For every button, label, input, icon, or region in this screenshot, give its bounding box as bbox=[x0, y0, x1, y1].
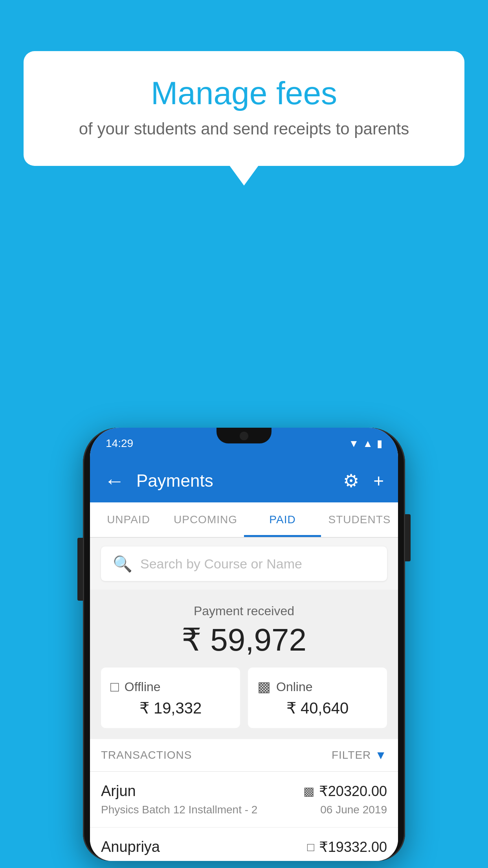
manage-fees-subtitle: of your students and send receipts to pa… bbox=[55, 120, 433, 138]
payment-summary: Payment received ₹ 59,972 □ Offline ₹ 19… bbox=[90, 590, 398, 739]
payment-mode-online-icon: ▩ bbox=[303, 784, 314, 798]
manage-fees-title: Manage fees bbox=[55, 75, 433, 112]
status-time: 14:29 bbox=[106, 437, 133, 450]
online-card: ▩ Online ₹ 40,640 bbox=[248, 668, 387, 728]
filter-button[interactable]: FILTER ▼ bbox=[332, 748, 387, 762]
transactions-label: TRANSACTIONS bbox=[101, 749, 192, 761]
header-title: Payments bbox=[136, 471, 331, 491]
status-icons: ▼ ▲ ▮ bbox=[349, 438, 382, 450]
online-label: Online bbox=[276, 680, 313, 694]
transaction-bottom: Physics Batch 12 Installment - 2 06 June… bbox=[101, 804, 387, 816]
transaction-amount: ₹20320.00 bbox=[319, 783, 387, 800]
camera-notch bbox=[240, 432, 248, 440]
phone-inner: 14:29 ▼ ▲ ▮ ← Payments ⚙ + UNPAID bbox=[90, 428, 398, 861]
online-amount: ₹ 40,640 bbox=[257, 699, 378, 717]
offline-amount: ₹ 19,332 bbox=[110, 699, 231, 717]
payment-cards: □ Offline ₹ 19,332 ▩ Online ₹ 40,640 bbox=[101, 668, 387, 728]
tab-students[interactable]: STUDENTS bbox=[321, 502, 398, 537]
header-icons: ⚙ + bbox=[343, 470, 384, 491]
notch bbox=[216, 428, 272, 443]
payment-received-label: Payment received bbox=[101, 604, 387, 618]
back-button[interactable]: ← bbox=[104, 469, 125, 493]
tab-paid[interactable]: PAID bbox=[244, 502, 321, 537]
date-info: 06 June 2019 bbox=[320, 804, 387, 816]
transaction-row[interactable]: Arjun ▩ ₹20320.00 Physics Batch 12 Insta… bbox=[90, 772, 398, 828]
settings-icon[interactable]: ⚙ bbox=[343, 470, 359, 491]
search-container: 🔍 Search by Course or Name bbox=[90, 538, 398, 590]
transactions-header: TRANSACTIONS FILTER ▼ bbox=[90, 739, 398, 772]
search-box[interactable]: 🔍 Search by Course or Name bbox=[101, 546, 387, 581]
status-bar: 14:29 ▼ ▲ ▮ bbox=[90, 428, 398, 459]
tabs-bar: UNPAID UPCOMING PAID STUDENTS bbox=[90, 502, 398, 538]
student-name: Arjun bbox=[101, 783, 136, 800]
transaction-top: Arjun ▩ ₹20320.00 bbox=[101, 783, 387, 800]
payment-mode-offline-icon: □ bbox=[307, 840, 314, 854]
battery-icon: ▮ bbox=[377, 438, 382, 450]
student-name-2: Anupriya bbox=[101, 839, 160, 855]
online-card-top: ▩ Online bbox=[257, 679, 378, 695]
search-input[interactable]: Search by Course or Name bbox=[140, 556, 302, 572]
search-icon: 🔍 bbox=[113, 555, 132, 573]
course-info: Physics Batch 12 Installment - 2 bbox=[101, 804, 257, 816]
speech-bubble-container: Manage fees of your students and send re… bbox=[24, 51, 464, 166]
payment-total: ₹ 59,972 bbox=[101, 622, 387, 658]
phone-mockup: 14:29 ▼ ▲ ▮ ← Payments ⚙ + UNPAID bbox=[83, 421, 405, 868]
speech-bubble: Manage fees of your students and send re… bbox=[24, 51, 464, 166]
phone-outer: 14:29 ▼ ▲ ▮ ← Payments ⚙ + UNPAID bbox=[83, 428, 405, 861]
signal-icon: ▲ bbox=[363, 438, 373, 450]
transaction-amount-2: ₹19332.00 bbox=[319, 839, 387, 855]
offline-label: Offline bbox=[125, 680, 161, 694]
tab-unpaid[interactable]: UNPAID bbox=[90, 502, 167, 537]
app-header: ← Payments ⚙ + bbox=[90, 459, 398, 502]
filter-icon: ▼ bbox=[375, 748, 387, 762]
offline-card-top: □ Offline bbox=[110, 679, 231, 695]
add-icon[interactable]: + bbox=[373, 470, 384, 491]
amount-wrap: ▩ ₹20320.00 bbox=[303, 783, 387, 800]
tab-upcoming[interactable]: UPCOMING bbox=[167, 502, 244, 537]
offline-card: □ Offline ₹ 19,332 bbox=[101, 668, 240, 728]
offline-icon: □ bbox=[110, 679, 119, 695]
amount-wrap-2: □ ₹19332.00 bbox=[307, 839, 387, 855]
wifi-icon: ▼ bbox=[349, 438, 359, 450]
online-icon: ▩ bbox=[257, 679, 271, 695]
filter-label: FILTER bbox=[332, 749, 371, 761]
transaction-row-partial[interactable]: Anupriya □ ₹19332.00 bbox=[90, 828, 398, 861]
